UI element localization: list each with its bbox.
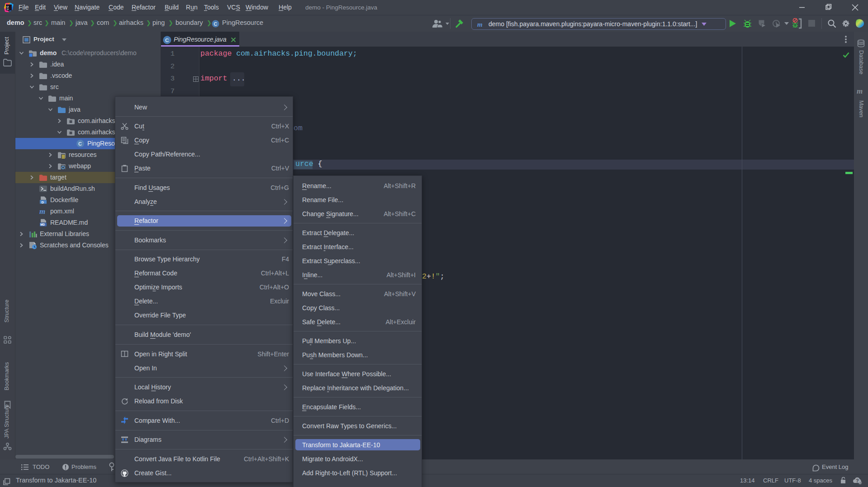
svg-text:m: m <box>477 21 483 28</box>
svg-text:D: D <box>42 200 44 204</box>
svg-text:m: m <box>857 88 863 95</box>
svg-text:MD: MD <box>40 223 45 226</box>
svg-text:C: C <box>78 141 82 147</box>
svg-text:?: ? <box>856 478 859 483</box>
svg-text:C: C <box>165 38 169 43</box>
svg-text:m: m <box>39 207 45 216</box>
svg-text:IJ: IJ <box>7 5 9 8</box>
svg-text:C: C <box>214 21 218 27</box>
